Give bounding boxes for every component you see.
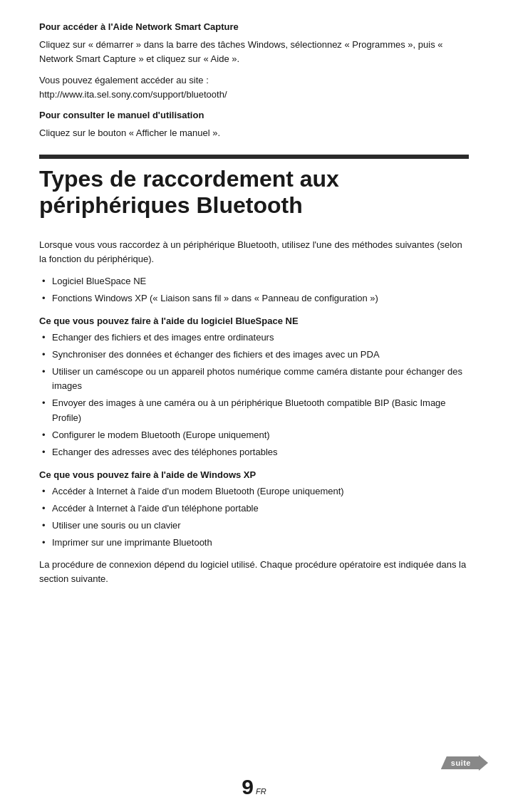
big-title-section: Types de raccordement aux périphériques … <box>39 159 469 226</box>
list-item: Utiliser un caméscope ou un appareil pho… <box>39 365 469 393</box>
page-number-area: 9 FR <box>242 775 266 799</box>
intro-bullet-list: Logiciel BlueSpace NE Fonctions Windows … <box>39 274 469 306</box>
list-item: Accéder à Internet à l'aide d'un modem B… <box>39 484 469 499</box>
top-section: Pour accéder à l'Aide Network Smart Capt… <box>39 14 469 140</box>
list-item: Accéder à Internet à l'aide d'un télépho… <box>39 501 469 516</box>
intro-section: Lorsque vous vous raccordez à un périphé… <box>39 238 469 306</box>
windows-section: Ce que vous pouvez faire à l'aide de Win… <box>39 469 469 551</box>
bluespace-heading: Ce que vous pouvez faire à l'aide du log… <box>39 316 469 326</box>
page-number: 9 <box>242 775 254 799</box>
list-item: Configurer le modem Bluetooth (Europe un… <box>39 428 469 442</box>
para-aide-2-line1: Vous pouvez également accéder au site : <box>39 75 209 85</box>
footer-paragraph: La procédure de connexion dépend du logi… <box>39 558 469 586</box>
page-title: Types de raccordement aux périphériques … <box>39 166 469 219</box>
windows-heading: Ce que vous pouvez faire à l'aide de Win… <box>39 469 469 480</box>
list-item: Fonctions Windows XP (« Liaison sans fil… <box>39 291 469 306</box>
list-item: Synchroniser des données et échanger des… <box>39 348 469 362</box>
list-item: Logiciel BlueSpace NE <box>39 274 469 288</box>
suite-badge: suite <box>441 756 480 769</box>
para-aide-2: Vous pouvez également accéder au site : … <box>39 73 469 102</box>
list-item: Echanger des fichiers et des images entr… <box>39 330 469 345</box>
list-item: Utiliser une souris ou un clavier <box>39 519 469 533</box>
windows-bullet-list: Accéder à Internet à l'aide d'un modem B… <box>39 484 469 551</box>
para-aide-1: Cliquez sur « démarrer » dans la barre d… <box>39 38 469 66</box>
heading-aide: Pour accéder à l'Aide Network Smart Capt… <box>39 21 469 32</box>
para-manuel: Cliquez sur le bouton « Afficher le manu… <box>39 126 469 140</box>
heading-manuel: Pour consulter le manuel d'utilisation <box>39 110 469 120</box>
suite-arrow <box>479 755 488 771</box>
list-item: Envoyer des images à une caméra ou à un … <box>39 396 469 425</box>
bluespace-bullet-list: Echanger des fichiers et des images entr… <box>39 330 469 459</box>
page-lang: FR <box>256 787 266 796</box>
bluespace-section: Ce que vous pouvez faire à l'aide du log… <box>39 316 469 459</box>
intro-paragraph: Lorsque vous vous raccordez à un périphé… <box>39 238 469 266</box>
para-aide-2-line2: http://www.ita.sel.sony.com/support/blue… <box>39 89 227 100</box>
list-item: Imprimer sur une imprimante Bluetooth <box>39 536 469 550</box>
list-item: Echanger des adresses avec des téléphone… <box>39 445 469 459</box>
